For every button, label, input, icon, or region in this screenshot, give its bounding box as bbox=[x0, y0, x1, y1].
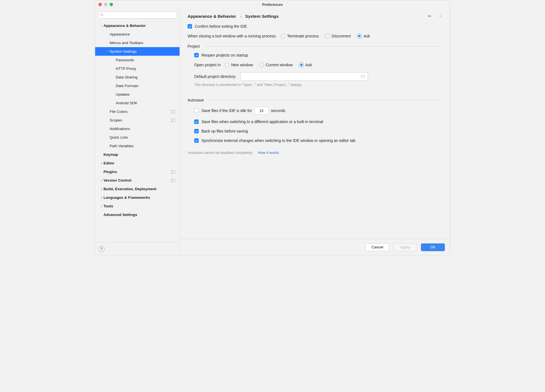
tree-item[interactable]: ›Version Control bbox=[95, 176, 180, 185]
tree-item[interactable]: ›Editor bbox=[95, 159, 180, 167]
tree-item-label: Build, Execution, Deployment bbox=[104, 187, 157, 191]
closing-process-radio[interactable] bbox=[281, 34, 286, 39]
closing-process-label: When closing a tool window with a runnin… bbox=[188, 34, 277, 38]
backup-label: Back up files before saving bbox=[201, 129, 248, 133]
tree-item-label: Plugins bbox=[104, 170, 117, 174]
chevron-down-icon[interactable]: ﹀ bbox=[100, 24, 104, 27]
project-section-title: Project bbox=[188, 44, 200, 49]
tree-item[interactable]: Notifications bbox=[95, 124, 180, 133]
how-it-works-link[interactable]: How it works bbox=[258, 151, 279, 155]
open-project-in-radio-label: Current window bbox=[266, 63, 293, 67]
idle-save-checkbox[interactable] bbox=[194, 108, 199, 113]
tree-item[interactable]: Appearance bbox=[95, 30, 180, 39]
tree-item[interactable]: ›Tools bbox=[95, 202, 180, 210]
autosave-section-header: Autosave bbox=[188, 98, 442, 102]
autosave-section-title: Autosave bbox=[188, 98, 204, 102]
nav-back-button[interactable] bbox=[428, 14, 432, 19]
confirm-exit-checkbox[interactable] bbox=[188, 24, 192, 29]
tree-item[interactable]: Android SDK bbox=[95, 99, 180, 107]
open-project-in-radio[interactable] bbox=[299, 62, 304, 67]
breadcrumb-current: System Settings bbox=[245, 14, 279, 19]
dialog-footer: Cancel Apply OK bbox=[180, 239, 450, 255]
open-project-in-radio-label: Ask bbox=[306, 63, 312, 67]
closing-process-radio[interactable] bbox=[357, 34, 362, 39]
tree-item-label: Scopes bbox=[110, 118, 122, 122]
open-project-in-radio[interactable] bbox=[259, 62, 264, 67]
search-input[interactable] bbox=[98, 11, 177, 19]
tree-item-label: System Settings bbox=[110, 49, 137, 54]
tree-item[interactable]: Scopes bbox=[95, 116, 180, 124]
tree-item[interactable]: Advanced Settings bbox=[95, 210, 180, 219]
chevron-right-icon[interactable]: › bbox=[100, 195, 104, 200]
chevron-right-icon[interactable]: › bbox=[100, 204, 104, 208]
chevron-down-icon[interactable]: ﹀ bbox=[106, 50, 110, 53]
tree-item[interactable]: File Colors bbox=[95, 107, 180, 116]
help-button[interactable]: ? bbox=[99, 246, 105, 252]
tree-item[interactable]: Plugins bbox=[95, 167, 180, 176]
tree-item[interactable]: ﹀Appearance & Behavior bbox=[95, 21, 180, 30]
tree-item[interactable]: Date Formats bbox=[95, 82, 180, 90]
open-project-in-radio-label: New window bbox=[231, 63, 253, 67]
arrow-left-icon bbox=[428, 14, 432, 18]
tree-item-label: Date Formats bbox=[116, 84, 138, 88]
project-scope-icon bbox=[171, 110, 175, 113]
tree-item[interactable]: Quick Lists bbox=[95, 133, 180, 142]
default-dir-field[interactable] bbox=[243, 73, 360, 80]
apply-button[interactable]: Apply bbox=[393, 243, 417, 251]
reopen-projects-label: Reopen projects on startup bbox=[201, 53, 248, 57]
sync-external-checkbox[interactable] bbox=[194, 138, 199, 143]
tree-item-label: Languages & Frameworks bbox=[104, 195, 150, 200]
arrow-right-icon bbox=[438, 14, 442, 18]
default-dir-input[interactable] bbox=[240, 72, 368, 81]
tree-item-label: Appearance bbox=[110, 32, 130, 36]
tree-item-label: Quick Lists bbox=[110, 135, 128, 139]
closing-process-radio-label: Terminate process bbox=[287, 34, 319, 38]
confirm-exit-label: Confirm before exiting the IDE bbox=[195, 24, 247, 29]
breadcrumb-separator-icon: › bbox=[240, 14, 241, 19]
tree-item[interactable]: Passwords bbox=[95, 56, 180, 64]
save-on-switch-label: Save files when switching to a different… bbox=[201, 119, 323, 124]
open-project-in-radio[interactable] bbox=[224, 62, 229, 67]
tree-item[interactable]: ﹀System Settings bbox=[95, 47, 180, 56]
search-field[interactable] bbox=[105, 13, 175, 17]
tree-item[interactable]: ›Languages & Frameworks bbox=[95, 193, 180, 202]
main-panel: Appearance & Behavior › System Settings bbox=[180, 9, 450, 255]
closing-process-radio[interactable] bbox=[325, 34, 330, 39]
breadcrumb-parent: Appearance & Behavior bbox=[188, 14, 236, 19]
tree-item[interactable]: Keymap bbox=[95, 150, 180, 159]
svg-point-0 bbox=[100, 13, 103, 16]
closing-process-radio-label: Ask bbox=[364, 34, 370, 38]
search-icon bbox=[100, 13, 104, 17]
window-title: Preferences bbox=[95, 2, 450, 7]
chevron-right-icon[interactable]: › bbox=[100, 178, 104, 183]
tree-item-label: HTTP Proxy bbox=[116, 67, 136, 71]
open-project-in-label: Open project in bbox=[194, 63, 221, 67]
sync-external-label: Synchronize external changes when switch… bbox=[201, 138, 355, 143]
idle-save-label-before: Save files if the IDE is idle for bbox=[201, 108, 252, 113]
nav-forward-button[interactable] bbox=[438, 14, 442, 19]
tree-item[interactable]: Menus and Toolbars bbox=[95, 39, 180, 47]
chevron-right-icon[interactable]: › bbox=[100, 187, 104, 191]
ok-button[interactable]: OK bbox=[421, 243, 445, 251]
tree-item[interactable]: ›Build, Execution, Deployment bbox=[95, 185, 180, 193]
tree-item[interactable]: Path Variables bbox=[95, 142, 180, 150]
default-dir-hint: This directory is preselected in "Open..… bbox=[194, 83, 442, 87]
tree-item-label: Path Variables bbox=[110, 144, 134, 148]
tree-item[interactable]: Updates bbox=[95, 90, 180, 99]
tree-item-label: Editor bbox=[104, 161, 114, 165]
idle-save-label-after: seconds bbox=[271, 108, 285, 113]
project-scope-icon bbox=[171, 179, 175, 182]
folder-icon[interactable] bbox=[360, 74, 365, 79]
cancel-button[interactable]: Cancel bbox=[365, 243, 389, 251]
tree-item-label: Menus and Toolbars bbox=[110, 41, 143, 45]
idle-seconds-input[interactable] bbox=[254, 107, 269, 114]
tree-item[interactable]: HTTP Proxy bbox=[95, 64, 180, 73]
chevron-right-icon[interactable]: › bbox=[100, 161, 104, 166]
save-on-switch-checkbox[interactable] bbox=[194, 119, 199, 124]
help-icon: ? bbox=[100, 247, 103, 251]
reopen-projects-checkbox[interactable] bbox=[194, 53, 199, 57]
tree-item[interactable]: Data Sharing bbox=[95, 73, 180, 82]
tree-item-label: Advanced Settings bbox=[104, 213, 137, 217]
tree-item-label: File Colors bbox=[110, 110, 128, 114]
backup-checkbox[interactable] bbox=[194, 129, 199, 133]
